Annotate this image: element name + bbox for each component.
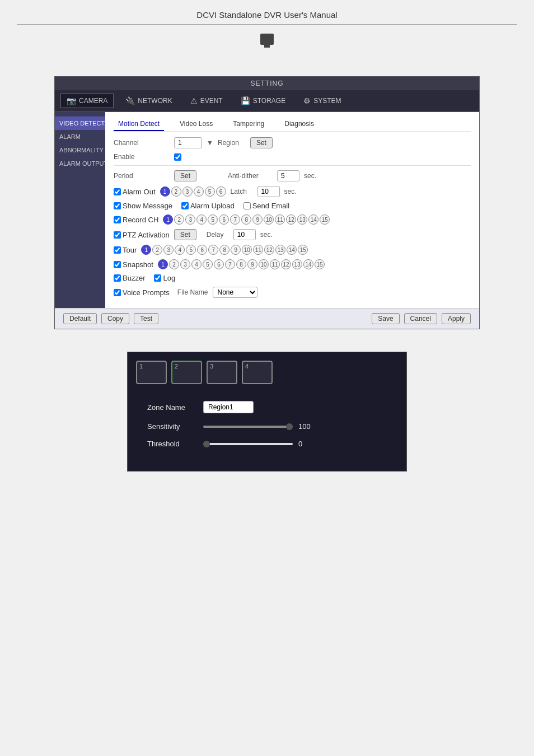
tour-num-14[interactable]: 14 <box>287 245 297 255</box>
alarm-upload-checkbox[interactable] <box>181 202 189 209</box>
tour-num-15[interactable]: 15 <box>298 245 308 255</box>
tab-system[interactable]: ⚙ SYSTEM <box>297 94 347 108</box>
sensitivity-slider[interactable] <box>203 426 293 428</box>
zone-name-input[interactable] <box>203 401 254 413</box>
period-set-button[interactable]: Set <box>174 170 196 181</box>
snap-num-3[interactable]: 3 <box>180 259 190 269</box>
sub-tab-tampering[interactable]: Tampering <box>228 118 269 131</box>
rec-num-11[interactable]: 11 <box>275 214 285 225</box>
anti-dither-input[interactable] <box>277 170 299 181</box>
log-checkbox[interactable] <box>154 274 161 282</box>
sub-tab-motion-detect[interactable]: Motion Detect <box>114 118 164 131</box>
alarm-num-3[interactable]: 3 <box>182 186 193 197</box>
enable-checkbox[interactable] <box>174 153 181 161</box>
tour-num-10[interactable]: 10 <box>242 245 252 255</box>
snap-num-13[interactable]: 13 <box>292 259 302 269</box>
default-button[interactable]: Default <box>63 313 97 324</box>
threshold-slider[interactable] <box>203 443 293 445</box>
snap-num-5[interactable]: 5 <box>203 259 213 269</box>
tab-camera[interactable]: 📷 CAMERA <box>60 94 114 108</box>
buzzer-checkbox[interactable] <box>114 274 121 282</box>
snap-num-14[interactable]: 14 <box>303 259 313 269</box>
rec-num-10[interactable]: 10 <box>264 214 274 225</box>
rec-num-15[interactable]: 15 <box>320 214 330 225</box>
tour-num-13[interactable]: 13 <box>275 245 285 255</box>
rec-num-7[interactable]: 7 <box>230 214 240 225</box>
ptz-set-button[interactable]: Set <box>174 229 196 240</box>
snap-num-9[interactable]: 9 <box>247 259 257 269</box>
snap-num-1[interactable]: 1 <box>158 259 168 269</box>
tour-checkbox[interactable] <box>114 246 121 254</box>
tour-num-1[interactable]: 1 <box>141 245 151 255</box>
rec-num-5[interactable]: 5 <box>208 214 218 225</box>
sensitivity-row: Sensitivity 100 <box>147 422 387 431</box>
rec-num-2[interactable]: 2 <box>174 214 184 225</box>
voice-prompts-checkbox[interactable] <box>114 289 121 296</box>
tour-num-3[interactable]: 3 <box>163 245 174 255</box>
cancel-button[interactable]: Cancel <box>404 313 437 324</box>
latch-input[interactable] <box>257 186 280 197</box>
tab-storage[interactable]: 💾 STORAGE <box>235 94 292 108</box>
show-message-checkbox[interactable] <box>114 202 121 209</box>
tour-num-12[interactable]: 12 <box>264 245 274 255</box>
snap-num-7[interactable]: 7 <box>225 259 235 269</box>
rec-num-9[interactable]: 9 <box>252 214 263 225</box>
alarm-out-checkbox[interactable] <box>114 188 121 195</box>
record-ch-checkbox[interactable] <box>114 216 121 223</box>
snap-num-12[interactable]: 12 <box>281 259 291 269</box>
sub-tab-diagnosis[interactable]: Diagnosis <box>280 118 318 131</box>
snapshot-row: Snapshot 1 2 3 4 5 6 7 8 9 10 11 12 13 1… <box>114 259 471 269</box>
region-tab-4[interactable]: 4 <box>242 361 273 384</box>
region-set-button[interactable]: Set <box>250 137 273 148</box>
snap-num-4[interactable]: 4 <box>191 259 202 269</box>
delay-input[interactable] <box>233 229 256 240</box>
snap-num-8[interactable]: 8 <box>236 259 246 269</box>
region-tab-3[interactable]: 3 <box>207 361 237 384</box>
rec-num-8[interactable]: 8 <box>241 214 251 225</box>
alarm-num-4[interactable]: 4 <box>194 186 204 197</box>
tour-num-8[interactable]: 8 <box>219 245 229 255</box>
sidebar-item-abnormality[interactable]: ABNORMALITY <box>55 143 105 157</box>
sub-tab-video-loss[interactable]: Video Loss <box>175 118 217 131</box>
rec-num-4[interactable]: 4 <box>196 214 207 225</box>
tour-num-9[interactable]: 9 <box>231 245 241 255</box>
rec-num-3[interactable]: 3 <box>185 214 195 225</box>
rec-num-1[interactable]: 1 <box>163 214 173 225</box>
rec-num-14[interactable]: 14 <box>308 214 318 225</box>
apply-button[interactable]: Apply <box>442 313 471 324</box>
sidebar-item-alarm[interactable]: ALARM <box>55 130 105 143</box>
alarm-num-5[interactable]: 5 <box>205 186 215 197</box>
copy-button[interactable]: Copy <box>101 313 129 324</box>
snap-num-2[interactable]: 2 <box>169 259 179 269</box>
region-tab-2[interactable]: 2 <box>171 361 202 384</box>
snap-num-15[interactable]: 15 <box>315 259 325 269</box>
region-tab-1[interactable]: 1 <box>136 361 167 384</box>
rec-num-12[interactable]: 12 <box>286 214 296 225</box>
tour-num-6[interactable]: 6 <box>197 245 207 255</box>
tour-num-5[interactable]: 5 <box>186 245 196 255</box>
test-button[interactable]: Test <box>134 313 158 324</box>
snap-num-6[interactable]: 6 <box>214 259 224 269</box>
snapshot-checkbox[interactable] <box>114 261 121 268</box>
tour-num-7[interactable]: 7 <box>208 245 218 255</box>
channel-input[interactable] <box>174 137 202 148</box>
file-name-select[interactable]: None <box>213 287 257 298</box>
alarm-num-6[interactable]: 6 <box>216 186 226 197</box>
tab-event[interactable]: ⚠ EVENT <box>184 94 229 108</box>
tour-num-2[interactable]: 2 <box>152 245 162 255</box>
rec-num-6[interactable]: 6 <box>219 214 229 225</box>
tab-network[interactable]: 🔌 NETWORK <box>119 94 178 108</box>
alarm-num-2[interactable]: 2 <box>171 186 181 197</box>
snap-num-10[interactable]: 10 <box>259 259 269 269</box>
save-button[interactable]: Save <box>372 313 399 324</box>
tab-bar: 📷 CAMERA 🔌 NETWORK ⚠ EVENT 💾 STORAGE ⚙ S… <box>55 90 479 112</box>
sidebar-item-alarm-output[interactable]: ALARM OUTPUT <box>55 157 105 170</box>
ptz-checkbox[interactable] <box>114 231 121 239</box>
sidebar-item-video-detect[interactable]: VIDEO DETECT <box>55 116 105 130</box>
alarm-num-1[interactable]: 1 <box>160 186 170 197</box>
tour-num-11[interactable]: 11 <box>253 245 263 255</box>
rec-num-13[interactable]: 13 <box>297 214 307 225</box>
snap-num-11[interactable]: 11 <box>270 259 280 269</box>
send-email-checkbox[interactable] <box>243 202 251 209</box>
tour-num-4[interactable]: 4 <box>175 245 185 255</box>
